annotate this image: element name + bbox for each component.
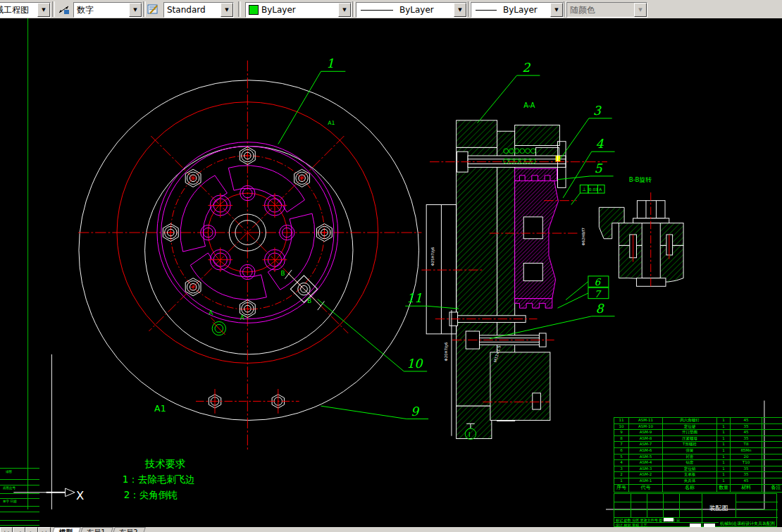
callout-2: 2 [478, 61, 540, 123]
linetype-sample [361, 10, 393, 11]
lineweight-value: ByLayer [500, 5, 550, 15]
toolbar: 机械工程图 ▼ 数字 ▼ Standard ▼ ByLayer ▼ ByLaye… [0, 0, 782, 19]
layer-style-dropdown[interactable]: 机械工程图 ▼ [0, 2, 51, 18]
bom-row: 11ASM-11内六角螺钉145 [614, 418, 782, 424]
detail-view: B-B旋转 [599, 176, 683, 287]
svg-text:2: 2 [522, 61, 530, 75]
svg-text:7: 7 [595, 288, 602, 299]
margin-label: 底图总号 [3, 487, 15, 490]
change-row: 标记 处数 分区 更改文件号 签字 年 月 日 [616, 519, 700, 522]
plot-style-dropdown: 随颜色 ▼ [566, 2, 647, 18]
dim-style-icon[interactable] [56, 2, 72, 16]
dim-text: Φ20H7/g6 [444, 342, 449, 361]
dim-text: Φ62H8/f7 [581, 228, 585, 245]
bom-row: 4ASM-4钻套1T10 [614, 460, 782, 466]
bom-header-row: 序号代号名称数量材料备注 [614, 484, 782, 492]
bom-row: 9ASM-9开口垫圈145 [614, 430, 782, 436]
bom-row: 5ASM-5衬套120 [614, 454, 782, 460]
margin-label: 描图 [6, 471, 12, 474]
label-a1-bottom: A1 [154, 403, 166, 414]
text-style-dropdown[interactable]: Standard ▼ [163, 2, 234, 18]
toolbar-separator [238, 1, 241, 17]
color-value: ByLayer [259, 5, 338, 15]
linetype-dropdown[interactable]: ByLayer ▼ [356, 2, 467, 18]
tolerance-frame: ⊥ 0.03 A [571, 185, 604, 204]
chevron-down-icon[interactable]: ▼ [338, 3, 351, 17]
margin-label: 签字 日期 [3, 500, 16, 504]
callout-1: 1 [278, 56, 346, 144]
plot-style-value: 随颜色 [567, 4, 634, 16]
tab-nav-next[interactable]: ▶ [25, 527, 38, 532]
margin-table: 描图 底图总号 签字 日期 [0, 468, 39, 527]
tab-nav-last[interactable]: ▶| [38, 527, 51, 532]
title-block: 装配图 标记 处数 分区 更改文件号 签字 年 月 日 设计 校对 审核 工艺 … [614, 493, 777, 527]
label-a-left: A [209, 309, 213, 316]
chevron-down-icon[interactable]: ▼ [454, 3, 466, 17]
bom-row: 6ASM-6弹簧165Mn [614, 447, 782, 454]
datum-i-label: I [468, 431, 471, 438]
tolerance-datum: A [599, 187, 602, 192]
bom-body: 11ASM-11内六角螺钉14510ASM-10定位键1359ASM-9开口垫圈… [614, 418, 782, 493]
svg-text:9: 9 [411, 404, 420, 419]
tech-line-1: 1：去除毛刺飞边 [123, 474, 195, 485]
svg-text:10: 10 [406, 357, 423, 371]
tab-layout2[interactable]: 布局2 [111, 527, 146, 532]
callout-9: 9 [321, 404, 429, 419]
bom-row: 8ASM-8压紧螺母135 [614, 435, 782, 442]
lineweight-sample [476, 10, 497, 11]
bom-row: 7ASM-7T形螺栓1T8 [614, 442, 782, 448]
front-view: A1 A1 A A B B [78, 61, 421, 451]
color-dropdown[interactable]: ByLayer ▼ [245, 2, 352, 18]
layout-tab-bar: |◀ ◀ ▶ ▶| 模型 布局1 布局2 [0, 527, 782, 532]
tech-title: 技术要求 [145, 458, 186, 469]
svg-text:8: 8 [596, 302, 605, 316]
tolerance-value: 0.03 [589, 187, 598, 192]
section-title: A-A [523, 101, 535, 109]
bom-row: 10ASM-10定位键135 [614, 423, 782, 430]
linetype-value: ByLayer [397, 5, 454, 15]
svg-text:4: 4 [596, 137, 604, 151]
tab-layout1[interactable]: 布局1 [78, 527, 113, 532]
datum-target [211, 318, 225, 335]
chevron-down-icon[interactable]: ▼ [129, 3, 142, 17]
bom-row: 1ASM-1夹具体145 [614, 478, 782, 484]
label-a1-top: A1 [328, 120, 335, 126]
dim-style-value: 数字 [74, 4, 129, 16]
label-b-bottom: B [307, 297, 311, 304]
callouts: 1 2 3 4 5 6 7 8 9 10 11 [278, 56, 615, 419]
dim-style-dropdown[interactable]: 数字 ▼ [73, 2, 142, 18]
text-style-icon[interactable] [146, 2, 161, 16]
tab-nav-first[interactable]: |◀ [0, 527, 13, 532]
svg-text:6: 6 [595, 276, 602, 287]
drawing-name: 装配图 [700, 504, 737, 513]
lineweight-dropdown[interactable]: ByLayer ▼ [471, 2, 564, 18]
chevron-down-icon[interactable]: ▼ [550, 3, 563, 17]
tech-requirements: 技术要求 1：去除毛刺飞边 2：尖角倒钝 [123, 458, 195, 500]
detail-title: B-B旋转 [629, 176, 652, 183]
chevron-down-icon: ▼ [634, 3, 647, 17]
drawing-canvas[interactable]: A1 A1 A A B B A-A [0, 18, 782, 527]
label-a-right: A [240, 314, 244, 321]
toolbar-separator [52, 1, 55, 17]
bom-row: 2ASM-2支承板135 [614, 472, 782, 478]
section-view: A-A [421, 101, 607, 439]
ucs-x-label: X [76, 489, 84, 502]
tab-nav-prev[interactable]: ◀ [13, 527, 25, 532]
section-b-marker [285, 270, 324, 310]
color-swatch [249, 5, 259, 15]
dim-text: Φ25H7/g6 [430, 247, 435, 266]
layer-style-value: 机械工程图 [0, 4, 37, 16]
svg-text:3: 3 [593, 104, 602, 118]
text-style-value: Standard [164, 5, 221, 15]
svg-text:5: 5 [595, 161, 603, 175]
callout-11: 11 [405, 291, 459, 309]
bom-row: 3ASM-3定位销135 [614, 466, 782, 472]
label-b-top: B [281, 270, 285, 277]
chevron-down-icon[interactable]: ▼ [221, 3, 233, 17]
tolerance-symbol: ⊥ [582, 187, 586, 192]
project-name: 机械制造课程设计夹具装配图 [720, 521, 775, 526]
tab-model[interactable]: 模型 [50, 527, 81, 532]
chevron-down-icon[interactable]: ▼ [37, 3, 50, 17]
toolbar-separator [352, 1, 355, 17]
svg-text:1: 1 [326, 56, 334, 70]
